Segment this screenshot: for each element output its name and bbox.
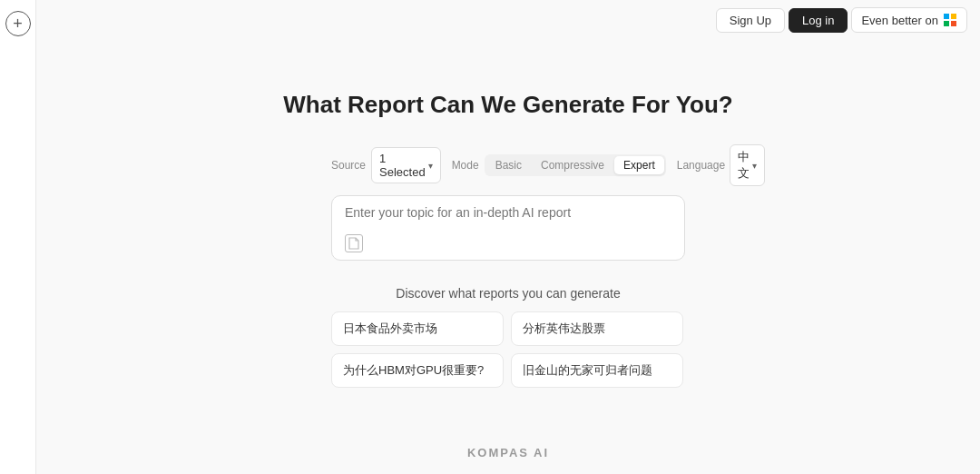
controls-bar: Source 1 Selected ▾ Mode Basic Compressi… xyxy=(331,144,685,186)
source-value: 1 Selected xyxy=(379,152,426,179)
lang-value: 中文 xyxy=(738,149,750,182)
center-content: What Report Can We Generate For You? Sou… xyxy=(36,0,980,474)
mode-basic-button[interactable]: Basic xyxy=(486,156,531,174)
suggestion-card-1[interactable]: 分析英伟达股票 xyxy=(511,311,683,346)
svg-rect-1 xyxy=(951,14,956,19)
lang-chevron-icon: ▾ xyxy=(752,161,757,171)
page-title: What Report Can We Generate For You? xyxy=(283,91,733,119)
better-on-badge: Even better on xyxy=(851,7,967,33)
mode-pills: Basic Compressive Expert xyxy=(485,154,666,176)
svg-rect-0 xyxy=(944,14,949,19)
mode-compressive-button[interactable]: Compressive xyxy=(532,156,613,174)
better-on-text: Even better on xyxy=(861,14,938,27)
search-box[interactable] xyxy=(331,195,685,261)
plus-icon: + xyxy=(13,15,23,32)
brand-label: KOMPAS AI xyxy=(467,446,549,459)
source-dropdown[interactable]: 1 Selected ▾ xyxy=(371,147,441,183)
chevron-down-icon: ▾ xyxy=(428,161,433,171)
suggestion-card-3[interactable]: 旧金山的无家可归者问题 xyxy=(511,353,683,388)
svg-rect-3 xyxy=(951,21,956,26)
suggestion-grid: 日本食品外卖市场 分析英伟达股票 为什么HBM对GPU很重要? 旧金山的无家可归… xyxy=(331,311,685,388)
footer-brand: KOMPAS AI xyxy=(467,446,549,459)
language-dropdown[interactable]: 中文 ▾ xyxy=(730,144,765,186)
mode-expert-button[interactable]: Expert xyxy=(614,156,664,174)
main-content: Sign Up Log in Even better on What Repor… xyxy=(36,0,980,474)
search-icon-row xyxy=(345,234,671,252)
language-label: Language xyxy=(677,159,725,172)
document-icon xyxy=(345,234,363,252)
suggestion-card-0[interactable]: 日本食品外卖市场 xyxy=(331,311,504,346)
source-label: Source xyxy=(331,159,366,172)
login-button[interactable]: Log in xyxy=(789,8,848,33)
windows-icon xyxy=(943,13,957,27)
top-navigation: Sign Up Log in Even better on xyxy=(703,0,980,40)
discover-label: Discover what reports you can generate xyxy=(396,286,620,301)
add-tab-button[interactable]: + xyxy=(5,11,31,36)
svg-rect-2 xyxy=(944,21,949,26)
search-input[interactable] xyxy=(345,205,671,234)
mode-label: Mode xyxy=(452,159,479,172)
signup-button[interactable]: Sign Up xyxy=(716,8,785,33)
sidebar: + xyxy=(0,0,36,474)
suggestion-card-2[interactable]: 为什么HBM对GPU很重要? xyxy=(331,353,504,388)
